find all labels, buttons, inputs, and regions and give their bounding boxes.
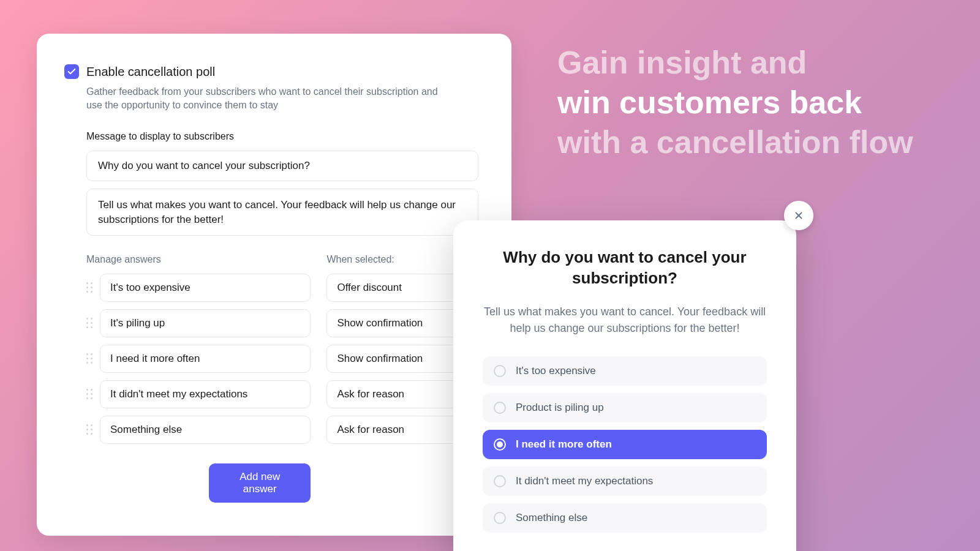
cancellation-modal: Why do you want to cancel your subscript… [453,220,796,551]
option-label: It didn't meet my expectations [516,475,653,487]
answer-input[interactable]: It's too expensive [100,274,311,302]
enable-description: Gather feedback from your subscribers wh… [86,85,454,113]
answer-input[interactable]: Something else [100,416,311,444]
answer-input[interactable]: I need it more often [100,345,311,373]
cancel-option[interactable]: Something else [483,503,767,533]
answers-columns: Manage answers It's too expensive It's p… [86,254,484,503]
message-body-input[interactable]: Tell us what makes you want to cancel. Y… [86,189,478,236]
message-section-label: Message to display to subscribers [86,131,484,142]
message-title-input[interactable]: Why do you want to cancel your subscript… [86,151,478,181]
answers-column: Manage answers It's too expensive It's p… [86,254,311,503]
radio-icon [494,475,506,487]
cancel-option[interactable]: Product is piling up [483,393,767,422]
answer-input[interactable]: It didn't meet my expectations [100,380,311,408]
cancel-option[interactable]: It didn't meet my expectations [483,467,767,496]
drag-handle-icon[interactable] [86,318,94,329]
manage-answers-header: Manage answers [86,254,311,265]
drag-handle-icon[interactable] [86,424,94,435]
headline-line1: Gain insight and [557,45,807,80]
add-answer-button[interactable]: Add new answer [209,463,311,503]
close-icon [793,210,804,221]
option-label: Product is piling up [516,402,604,414]
enable-label: Enable cancellation poll [86,65,215,79]
enable-row: Enable cancellation poll [64,64,484,79]
radio-icon [494,365,506,377]
drag-handle-icon[interactable] [86,389,94,400]
option-label: I need it more often [516,438,612,451]
check-icon [67,67,77,77]
modal-subtitle: Tell us what makes you want to cancel. Y… [483,304,767,337]
answer-row: Something else [86,416,311,444]
radio-icon [494,402,506,414]
answer-row: It's piling up [86,309,311,337]
close-button[interactable] [784,201,813,230]
enable-checkbox[interactable] [64,64,79,79]
radio-icon [494,438,506,451]
answer-input[interactable]: It's piling up [100,309,311,337]
cancel-option[interactable]: It's too expensive [483,356,767,386]
answer-row: It didn't meet my expectations [86,380,311,408]
option-label: Something else [516,512,587,524]
answer-row: It's too expensive [86,274,311,302]
radio-icon [494,512,506,524]
drag-handle-icon[interactable] [86,353,94,364]
headline-line2: win customers back [557,84,862,120]
settings-panel: Enable cancellation poll Gather feedback… [37,34,511,536]
drag-handle-icon[interactable] [86,282,94,293]
modal-title: Why do you want to cancel your subscript… [483,247,767,289]
cancel-option[interactable]: I need it more often [483,430,767,459]
answer-row: I need it more often [86,345,311,373]
marketing-headline: Gain insight and win customers back with… [557,43,913,162]
headline-line3: with a cancellation flow [557,124,913,160]
option-label: It's too expensive [516,365,596,377]
